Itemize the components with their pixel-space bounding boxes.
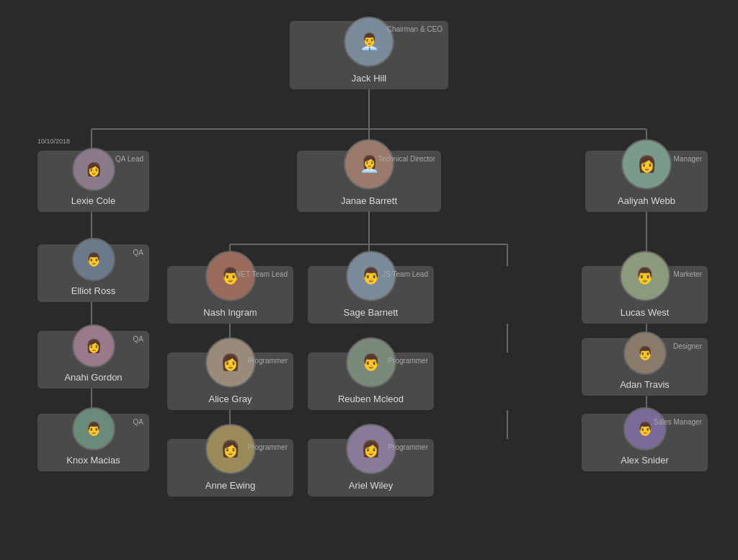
prog1-role: Programmer	[247, 357, 288, 365]
prog4-role: Programmer	[388, 443, 428, 451]
node-js-lead[interactable]: JS Team Lead 👨 Sage Barnett	[308, 266, 434, 324]
prog3-name: Anne Ewing	[205, 480, 255, 491]
node-manager[interactable]: Manager 👩 Aaliyah Webb	[585, 151, 708, 212]
node-sales-mgr[interactable]: Sales Manager 👨 Alex Snider	[582, 414, 708, 471]
node-qa2[interactable]: QA 👩 Anahi Gordon	[37, 331, 149, 388]
node-prog1[interactable]: Programmer 👩 Alice Gray	[167, 352, 293, 410]
qa1-role: QA	[133, 249, 143, 257]
ceo-role: Chairman & CEO	[387, 25, 443, 33]
node-prog3[interactable]: Programmer 👩 Anne Ewing	[167, 439, 293, 497]
ceo-name: Jack Hill	[352, 73, 386, 84]
node-qa-lead[interactable]: 10/10/2018 QA Lead 👩 Lexie Cole	[37, 151, 149, 212]
node-ceo[interactable]: Chairman & CEO 👨‍💼 Jack Hill	[290, 21, 448, 89]
sales-mgr-role: Sales Manager	[654, 418, 702, 426]
tech-dir-name: Janae Barrett	[341, 195, 397, 206]
qa-lead-role: QA Lead	[115, 155, 143, 163]
org-chart: Chairman & CEO 👨‍💼 Jack Hill 10/10/2018 …	[9, 6, 729, 554]
node-prog2[interactable]: Programmer 👨 Reuben Mcleod	[308, 352, 434, 410]
qa-lead-avatar: 👩	[72, 148, 115, 191]
js-lead-name: Sage Barnett	[344, 307, 399, 318]
sales-mgr-name: Alex Snider	[621, 455, 668, 466]
node-tech-dir[interactable]: Technical Director 👩‍💼 Janae Barrett	[297, 151, 441, 212]
marketer-name: Lucas West	[621, 307, 670, 318]
node-net-lead[interactable]: .NET Team Lead 👨 Nash Ingram	[167, 266, 293, 324]
qa1-avatar: 👨	[72, 238, 115, 281]
qa3-name: Knox Macias	[66, 455, 120, 466]
prog2-name: Reuben Mcleod	[338, 394, 404, 404]
qa3-avatar: 👨	[72, 407, 115, 450]
net-lead-name: Nash Ingram	[203, 307, 257, 318]
qa2-avatar: 👩	[72, 324, 115, 368]
designer-avatar: 👨	[623, 332, 667, 375]
designer-name: Adan Travis	[620, 379, 670, 390]
manager-avatar: 👩	[621, 139, 672, 190]
node-qa1[interactable]: QA 👨 Elliot Ross	[37, 244, 149, 302]
tech-dir-avatar: 👩‍💼	[344, 139, 394, 190]
tech-dir-role: Technical Director	[378, 155, 435, 163]
qa1-name: Elliot Ross	[71, 285, 115, 296]
node-marketer[interactable]: Marketer 👨 Lucas West	[582, 266, 708, 324]
marketer-role: Marketer	[674, 270, 702, 278]
prog4-name: Ariel Wiley	[349, 480, 393, 491]
prog2-role: Programmer	[388, 357, 428, 365]
designer-role: Designer	[673, 342, 702, 350]
manager-role: Manager	[674, 155, 702, 163]
qa2-name: Anahi Gordon	[64, 372, 122, 383]
qa3-role: QA	[133, 418, 143, 426]
qa2-role: QA	[133, 335, 143, 343]
prog3-role: Programmer	[247, 443, 288, 451]
manager-name: Aaliyah Webb	[618, 195, 675, 206]
qa-lead-date: 10/10/2018	[37, 138, 70, 145]
qa-lead-name: Lexie Cole	[71, 195, 115, 206]
net-lead-role: .NET Team Lead	[234, 270, 288, 278]
sales-mgr-avatar: 👨	[623, 407, 667, 450]
js-lead-role: JS Team Lead	[382, 270, 428, 278]
node-qa3[interactable]: QA 👨 Knox Macias	[37, 414, 149, 471]
node-designer[interactable]: Designer 👨 Adan Travis	[582, 338, 708, 396]
prog1-name: Alice Gray	[209, 394, 252, 404]
ceo-avatar: 👨‍💼	[344, 17, 394, 67]
node-prog4[interactable]: Programmer 👩 Ariel Wiley	[308, 439, 434, 497]
marketer-avatar: 👨	[620, 251, 670, 301]
